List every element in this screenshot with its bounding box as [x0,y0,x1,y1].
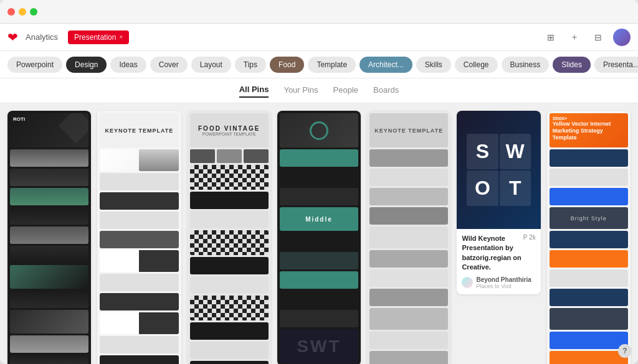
navbar: ❤ Analytics Presentation × ⊞ ＋ ⊟ [0,24,638,51]
pin-card-5[interactable]: KEYNOTE TEMPLATE [367,111,450,364]
cat-layout[interactable]: Layout [191,57,231,73]
pin-card-4[interactable]: Middle SWT [277,111,361,364]
tab-all-pins[interactable]: All Pins [239,85,269,98]
cat-presenta[interactable]: Presenta... [594,57,638,73]
traffic-lights [7,8,37,16]
minimize-button[interactable] [19,8,26,16]
close-button[interactable] [7,8,15,16]
settings-icon[interactable]: ⊟ [589,29,607,46]
pins-container[interactable]: ROTI [0,103,638,364]
cat-food[interactable]: Food [270,57,304,73]
analytics-label: Analytics [26,32,58,42]
app-window: ❤ Analytics Presentation × ⊞ ＋ ⊟ Powerpo… [0,0,638,364]
cat-template[interactable]: Template [308,57,356,73]
pin-column-1: ROTI [7,111,91,364]
titlebar [0,0,638,24]
pin-card-6-swot[interactable]: S W O T [457,111,540,294]
cat-architect[interactable]: Architect... [359,57,412,73]
nav-icons: ⊞ ＋ ⊟ [542,29,631,46]
pin-card-7[interactable]: 35000+ Yellow Vector InternetMarketing S… [547,111,631,364]
cat-design[interactable]: Design [66,57,107,73]
pin-column-6: S W O T [457,111,540,294]
cat-college[interactable]: College [455,57,498,73]
pins-grid: ROTI [7,111,631,364]
subtabs-bar: All Pins Your Pins People Boards [0,78,638,103]
pin-6-avatar [462,277,473,288]
cat-skills[interactable]: Skills [416,57,451,73]
pin-card-3[interactable]: FOOD VINTAGE POWERPOINT TEMPLATE [188,111,271,364]
tab-label: Presentation [74,33,116,42]
pin-column-2: KEYNOTE TEMPLATE [97,111,181,364]
tab-close-icon[interactable]: × [119,34,123,40]
user-avatar[interactable] [613,29,631,46]
cat-business[interactable]: Business [502,57,550,73]
maximize-button[interactable] [30,8,37,16]
cat-cover[interactable]: Cover [150,57,188,73]
tab-people[interactable]: People [333,85,358,97]
pinterest-logo: ❤ [7,30,18,45]
cat-slides[interactable]: Slides [553,57,591,73]
pin-column-7: 35000+ Yellow Vector InternetMarketing S… [547,111,631,364]
pin-card-1[interactable]: ROTI [7,111,91,364]
pin-column-4: Middle SWT [277,111,361,364]
cat-powerpoint[interactable]: Powerpoint [7,57,62,73]
presentation-tab[interactable]: Presentation × [68,30,129,44]
pin-6-author-sub: Places to Visit [476,283,531,289]
help-button[interactable]: ? [618,344,632,358]
grid-view-icon[interactable]: ⊞ [542,29,559,46]
tab-your-pins[interactable]: Your Pins [283,85,318,97]
pin-card-2[interactable]: KEYNOTE TEMPLATE [97,111,181,364]
category-bar: Powerpoint Design Ideas Cover Layout Tip… [0,51,638,78]
cat-tips[interactable]: Tips [235,57,266,73]
save-count: P 2k [523,234,536,241]
pin-column-3: FOOD VINTAGE POWERPOINT TEMPLATE [188,111,271,364]
pin-6-author: Beyond Phanthiria [476,276,531,283]
pin-column-5: KEYNOTE TEMPLATE [367,111,450,364]
pin-6-info: P 2k Wild Keynote Presentation by batzor… [457,229,540,294]
add-icon[interactable]: ＋ [566,29,583,46]
tab-boards[interactable]: Boards [373,85,399,97]
cat-ideas[interactable]: Ideas [110,57,146,73]
